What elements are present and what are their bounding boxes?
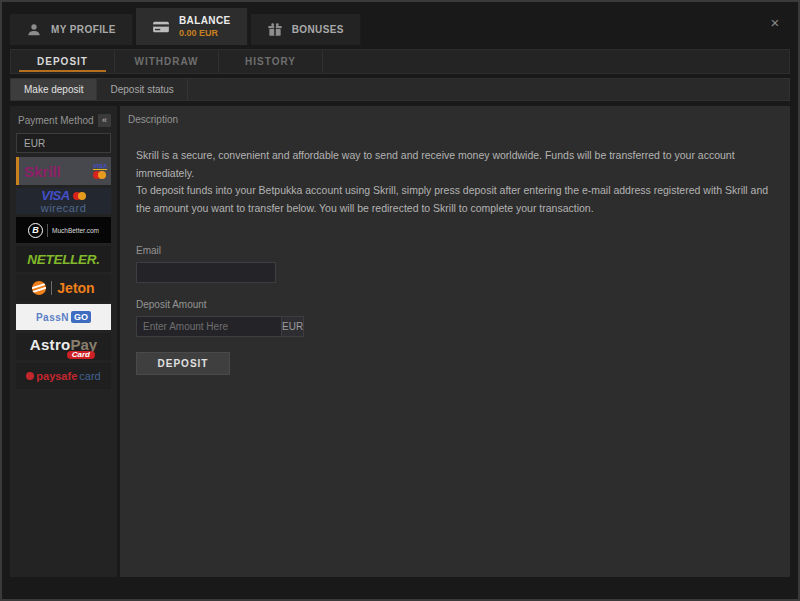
balance-amount: 0.00 EUR	[179, 28, 231, 38]
payment-method-muchbetter[interactable]: B MuchBetter.com	[16, 217, 111, 243]
balance-window: MY PROFILE BALANCE 0.00 EUR BONUSES × DE…	[0, 0, 800, 601]
email-label: Email	[136, 245, 774, 256]
muchbetter-icon: B	[28, 223, 43, 238]
astropay-card-badge: Card	[67, 351, 95, 359]
paysafecard-icon	[26, 372, 34, 380]
muchbetter-logo: MuchBetter.com	[52, 227, 99, 234]
tab-history[interactable]: HISTORY	[219, 50, 323, 73]
currency-select[interactable]: EUR	[16, 133, 111, 153]
deposit-amount-label: Deposit Amount	[136, 299, 774, 310]
deposit-subnav: Make deposit Deposit status	[10, 78, 790, 101]
paysafecard-logo: paysafe	[36, 370, 77, 382]
collapse-sidebar-icon[interactable]: «	[98, 114, 111, 127]
amount-field[interactable]	[136, 316, 281, 337]
mastercard-icon	[93, 171, 106, 179]
tab-label: BALANCE	[179, 15, 231, 26]
deposit-form: Email Deposit Amount EUR DEPOSIT	[136, 245, 774, 375]
tab-label: BONUSES	[292, 24, 344, 35]
payment-method-astropay[interactable]: Astro Pay Card	[16, 333, 111, 360]
payment-method-list: Skrill VISA VISA wirecard B	[16, 157, 111, 389]
close-icon[interactable]: ×	[766, 14, 784, 32]
visa-logo: VISA	[41, 189, 69, 202]
description-paragraph: To deposit funds into your Betpukka acco…	[136, 182, 774, 217]
astropay-logo: Astro	[30, 337, 71, 352]
payment-method-paysafecard[interactable]: paysafe card	[16, 363, 111, 389]
tab-my-profile[interactable]: MY PROFILE	[10, 14, 133, 45]
main-area: Payment Method « EUR Skrill VISA VISA	[10, 106, 790, 577]
email-field[interactable]	[136, 262, 276, 283]
payment-method-skrill[interactable]: Skrill VISA	[16, 157, 111, 185]
jeton-icon	[32, 281, 46, 295]
payment-method-visa-wirecard[interactable]: VISA wirecard	[16, 188, 111, 214]
description-title: Description	[126, 114, 778, 125]
mastercard-icon	[73, 192, 86, 200]
passngo-go-badge: GO	[71, 311, 91, 323]
payment-method-title: Payment Method	[18, 115, 94, 126]
tab-deposit[interactable]: DEPOSIT	[11, 50, 115, 73]
gift-icon	[267, 22, 283, 38]
subtab-make-deposit[interactable]: Make deposit	[11, 79, 97, 100]
visa-mini-logo: VISA	[93, 163, 107, 170]
wallet-icon	[152, 19, 170, 35]
tab-label: MY PROFILE	[51, 24, 116, 35]
tab-bonuses[interactable]: BONUSES	[251, 14, 361, 45]
description-panel: Description Skrill is a secure, convenie…	[120, 106, 790, 577]
payment-method-sidebar: Payment Method « EUR Skrill VISA VISA	[10, 106, 117, 577]
passngo-logo: PassN	[36, 312, 69, 323]
deposit-button[interactable]: DEPOSIT	[136, 352, 230, 375]
payment-method-passngo[interactable]: PassN GO	[16, 304, 111, 330]
wirecard-logo: wirecard	[41, 203, 87, 214]
tab-balance[interactable]: BALANCE 0.00 EUR	[136, 8, 248, 45]
payment-method-jeton[interactable]: Jeton	[16, 275, 111, 301]
deposit-nav: DEPOSIT WITHDRAW HISTORY	[10, 49, 790, 74]
jeton-logo: Jeton	[57, 280, 94, 296]
description-paragraph: Skrill is a secure, convenient and affor…	[136, 147, 774, 182]
neteller-logo: NETELLER.	[27, 252, 99, 267]
person-icon	[26, 22, 42, 38]
tab-withdraw[interactable]: WITHDRAW	[115, 50, 219, 73]
payment-method-neteller[interactable]: NETELLER.	[16, 246, 111, 272]
subtab-deposit-status[interactable]: Deposit status	[97, 79, 187, 100]
skrill-logo: Skrill	[24, 163, 61, 180]
method-description: Skrill is a secure, convenient and affor…	[136, 147, 774, 217]
currency-suffix: EUR	[281, 316, 304, 337]
header-tabs: MY PROFILE BALANCE 0.00 EUR BONUSES	[10, 8, 768, 45]
